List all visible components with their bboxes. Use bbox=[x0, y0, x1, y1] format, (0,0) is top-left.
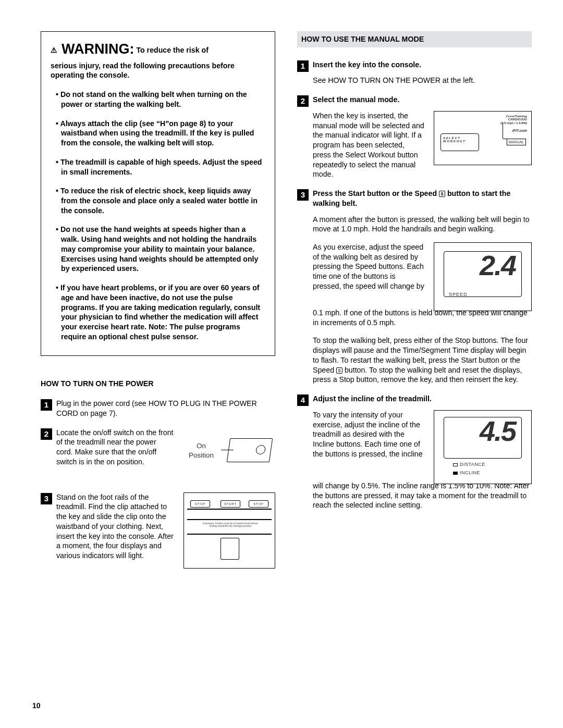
warning-icon: ⚠ bbox=[51, 45, 57, 55]
step-body: Stand on the foot rails of the treadmill… bbox=[56, 492, 275, 569]
warning-box: ⚠ WARNING: To reduce the risk of serious… bbox=[41, 31, 275, 356]
warning-bullet: If you have heart problems, or if you ar… bbox=[51, 283, 265, 341]
step-number-icon: 2 bbox=[297, 95, 309, 107]
two-column-layout: ⚠ WARNING: To reduce the risk of serious… bbox=[41, 31, 532, 569]
speed-up-icon: s bbox=[336, 367, 342, 374]
speed-up-icon: s bbox=[439, 191, 445, 197]
warning-bullet: Always attach the clip (see “H”on page 8… bbox=[51, 119, 265, 148]
distance-label: DISTANCE bbox=[453, 462, 485, 468]
step-text: Stand on the foot rails of the treadmill… bbox=[56, 492, 174, 561]
on-switch-figure: OnPosition bbox=[183, 428, 275, 483]
step-text: See HOW TO TURN ON THE POWER at the left… bbox=[313, 76, 532, 85]
power-step-1: 1 Plug in the power cord (see HOW TO PLU… bbox=[41, 399, 275, 418]
warning-bullet: To reduce the risk of electric shock, ke… bbox=[51, 186, 265, 215]
speed-label: SPEED bbox=[449, 292, 468, 298]
console-stop-label: STOP bbox=[190, 500, 210, 508]
console-tiny-note: Important: Incline must be at lowest lev… bbox=[202, 522, 259, 528]
step-text: To stop the walking belt, press either o… bbox=[313, 336, 532, 385]
step-number-icon: 3 bbox=[41, 493, 52, 504]
switch-icon bbox=[227, 438, 273, 462]
warning-lead-small: To reduce the risk of bbox=[136, 46, 209, 54]
console-key-icon bbox=[221, 538, 239, 560]
speed-value: 2.4 bbox=[480, 247, 516, 284]
step-body: Locate the on/off switch on the front of… bbox=[56, 428, 275, 483]
step-body: Plug in the power cord (see HOW TO PLUG … bbox=[56, 399, 275, 418]
incline-display-figure: 4.5 DISTANCE INCLINE bbox=[434, 410, 532, 484]
manual-step-4: 4 Adjust the incline of the treadmill. T… bbox=[297, 394, 532, 510]
step-text: To vary the intensity of your exercise, … bbox=[313, 410, 424, 459]
step-text: Locate the on/off switch on the front of… bbox=[56, 428, 174, 467]
ifit-label: iFIT.com bbox=[512, 128, 527, 133]
step-text: will change by 0.5%. The incline range i… bbox=[313, 481, 532, 510]
on-position-label: OnPosition bbox=[189, 441, 214, 460]
incline-value: 4.5 bbox=[480, 413, 516, 450]
manual-step-3: 3 Press the Start button or the Speed s … bbox=[297, 189, 532, 385]
left-column: ⚠ WARNING: To reduce the risk of serious… bbox=[41, 31, 275, 569]
console-figure: STOP START STOP Important: Incline must … bbox=[183, 492, 275, 569]
step-text: As you exercise, adjust the speed of the… bbox=[313, 242, 424, 291]
warning-bullet: The treadmill is capable of high speeds.… bbox=[51, 157, 265, 177]
speed-display-figure: 2.4 SPEED bbox=[434, 242, 532, 311]
step-title: Select the manual mode. bbox=[313, 95, 532, 105]
step-number-icon: 1 bbox=[297, 60, 309, 72]
right-column: HOW TO USE THE MANUAL MODE 1 Insert the … bbox=[297, 31, 532, 569]
step-number-icon: 4 bbox=[297, 394, 309, 406]
select-workout-text: S E L E C T W O R K O U T bbox=[443, 137, 465, 143]
step-title: Insert the key into the console. bbox=[313, 60, 532, 70]
power-step-2: 2 Locate the on/off switch on the front … bbox=[41, 428, 275, 483]
power-step-3: 3 Stand on the foot rails of the treadmi… bbox=[41, 492, 275, 569]
console-start-label: START bbox=[221, 500, 240, 508]
power-section-title: HOW TO TURN ON THE POWER bbox=[41, 379, 275, 389]
incline-label: INCLINE bbox=[453, 470, 480, 476]
step-text: When the key is inserted, the manual mod… bbox=[313, 111, 424, 179]
step-number-icon: 3 bbox=[297, 189, 309, 201]
warning-word: WARNING: bbox=[62, 41, 134, 57]
step-title: Adjust the incline of the treadmill. bbox=[313, 394, 532, 404]
manual-mode-title: HOW TO USE THE MANUAL MODE bbox=[297, 31, 532, 47]
page-number: 10 bbox=[32, 701, 41, 710]
warning-bullet: Do not use the hand weights at speeds hi… bbox=[51, 225, 265, 274]
step-text: Plug in the power cord (see HOW TO PLUG … bbox=[56, 399, 275, 418]
crosstraining-label: CrossTraining CARDIOJOG (2-6 mph / 1.5-8… bbox=[500, 115, 527, 125]
manual-step-2: 2 Select the manual mode. When the key i… bbox=[297, 95, 532, 179]
warning-bullets: Do not stand on the walking belt when tu… bbox=[51, 90, 265, 341]
select-workout-figure: CrossTraining CARDIOJOG (2-6 mph / 1.5-8… bbox=[434, 111, 532, 165]
step-text: A moment after the button is pressed, th… bbox=[313, 215, 532, 234]
warning-intro: serious injury, read the following preca… bbox=[51, 61, 265, 80]
warning-heading: ⚠ WARNING: To reduce the risk of bbox=[51, 40, 265, 59]
manual-page: ⚠ WARNING: To reduce the risk of serious… bbox=[0, 0, 563, 728]
console-stop-label: STOP bbox=[249, 500, 268, 508]
warning-bullet: Do not stand on the walking belt when tu… bbox=[51, 90, 265, 109]
manual-step-1: 1 Insert the key into the console. See H… bbox=[297, 60, 532, 85]
manual-indicator-label: MANUAL bbox=[507, 139, 526, 145]
step-number-icon: 2 bbox=[41, 428, 52, 440]
step-number-icon: 1 bbox=[41, 399, 52, 411]
step-title: Press the Start button or the Speed s bu… bbox=[313, 189, 532, 208]
